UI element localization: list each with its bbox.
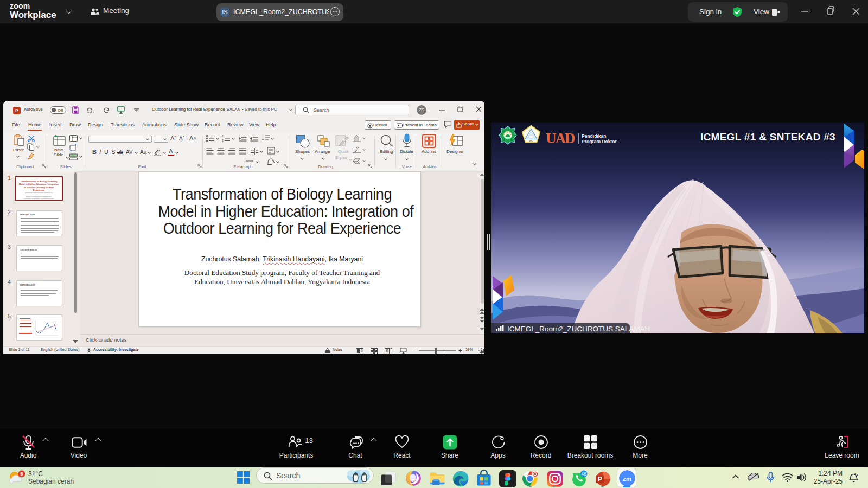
svg-text:ICMEGL_Room2_ZUCHROTUS SALAMAH: ICMEGL_Room2_ZUCHROTUS SALAMAH (507, 325, 650, 333)
svg-text:UAD: UAD (546, 130, 575, 146)
svg-text:P: P (598, 476, 602, 483)
svg-text:ICMEGL #1 & SNTEKAD #3: ICMEGL #1 & SNTEKAD #3 (700, 131, 835, 143)
svg-text:2: 2 (222, 139, 224, 142)
svg-text:z: z (857, 473, 859, 477)
svg-text:Program Doktor: Program Doktor (582, 139, 617, 144)
svg-text:Pendidikan: Pendidikan (582, 133, 606, 139)
svg-text:1: 1 (222, 135, 224, 138)
svg-text:P: P (15, 108, 18, 113)
svg-text:48: 48 (581, 471, 586, 477)
svg-text:z: z (854, 472, 856, 476)
svg-text:5: 5 (20, 471, 23, 477)
svg-text:IHC: IHC (529, 140, 533, 142)
svg-text:zm: zm (623, 475, 631, 482)
